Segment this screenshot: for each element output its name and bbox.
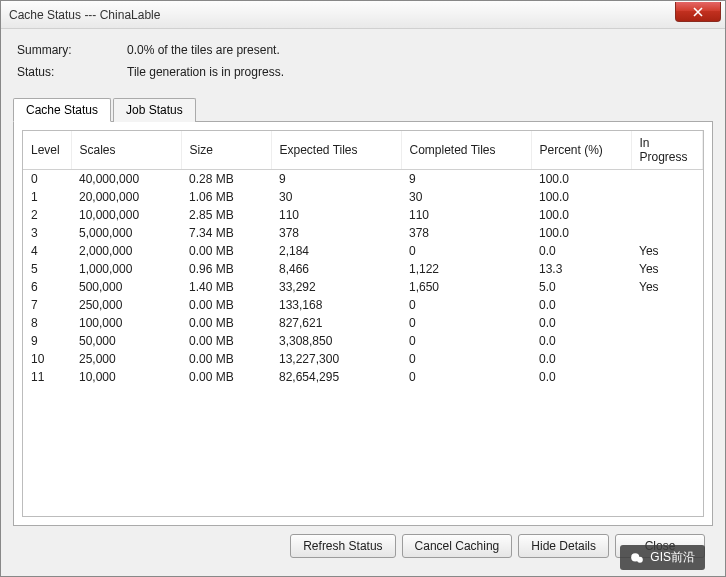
col-in-progress[interactable]: In Progress (631, 131, 703, 170)
col-size[interactable]: Size (181, 131, 271, 170)
cell-scales: 20,000,000 (71, 188, 181, 206)
table-row[interactable]: 7250,0000.00 MB133,16800.0 (23, 296, 703, 314)
col-level[interactable]: Level (23, 131, 71, 170)
cell-level: 11 (23, 368, 71, 386)
window-close-button[interactable] (675, 2, 721, 22)
cell-in_progress (631, 188, 703, 206)
cell-scales: 40,000,000 (71, 170, 181, 189)
cell-completed: 0 (401, 368, 531, 386)
button-row: Refresh Status Cancel Caching Hide Detai… (13, 526, 713, 566)
table-row[interactable]: 210,000,0002.85 MB110110100.0 (23, 206, 703, 224)
col-expected[interactable]: Expected Tiles (271, 131, 401, 170)
cell-size: 1.40 MB (181, 278, 271, 296)
table-row[interactable]: 51,000,0000.96 MB8,4661,12213.3Yes (23, 260, 703, 278)
cell-scales: 10,000 (71, 368, 181, 386)
cell-level: 6 (23, 278, 71, 296)
cell-completed: 378 (401, 224, 531, 242)
dialog-content: Summary: 0.0% of the tiles are present. … (1, 29, 725, 576)
cell-completed: 0 (401, 332, 531, 350)
col-completed[interactable]: Completed Tiles (401, 131, 531, 170)
cache-table-container: Level Scales Size Expected Tiles Complet… (22, 130, 704, 517)
cell-in_progress: Yes (631, 278, 703, 296)
dialog-window: Cache Status --- ChinaLable Summary: 0.0… (0, 0, 726, 577)
table-header-row: Level Scales Size Expected Tiles Complet… (23, 131, 703, 170)
cell-expected: 133,168 (271, 296, 401, 314)
cell-level: 1 (23, 188, 71, 206)
col-percent[interactable]: Percent (%) (531, 131, 631, 170)
cell-size: 0.28 MB (181, 170, 271, 189)
tab-panel-cache-status: Level Scales Size Expected Tiles Complet… (13, 121, 713, 526)
tab-cache-status[interactable]: Cache Status (13, 98, 111, 122)
cell-in_progress (631, 206, 703, 224)
tab-area: Cache Status Job Status Level Scales Siz… (13, 97, 713, 526)
table-row[interactable]: 950,0000.00 MB3,308,85000.0 (23, 332, 703, 350)
cancel-caching-button[interactable]: Cancel Caching (402, 534, 513, 558)
cell-scales: 250,000 (71, 296, 181, 314)
cell-expected: 378 (271, 224, 401, 242)
cell-size: 0.96 MB (181, 260, 271, 278)
hide-details-button[interactable]: Hide Details (518, 534, 609, 558)
cell-scales: 100,000 (71, 314, 181, 332)
cell-scales: 50,000 (71, 332, 181, 350)
table-row[interactable]: 1025,0000.00 MB13,227,30000.0 (23, 350, 703, 368)
cell-completed: 30 (401, 188, 531, 206)
cell-level: 10 (23, 350, 71, 368)
table-row[interactable]: 040,000,0000.28 MB99100.0 (23, 170, 703, 189)
table-row[interactable]: 42,000,0000.00 MB2,18400.0Yes (23, 242, 703, 260)
col-scales[interactable]: Scales (71, 131, 181, 170)
cell-in_progress: Yes (631, 242, 703, 260)
summary-value: 0.0% of the tiles are present. (127, 43, 280, 57)
cell-level: 3 (23, 224, 71, 242)
cell-completed: 0 (401, 242, 531, 260)
cell-scales: 1,000,000 (71, 260, 181, 278)
table-row[interactable]: 1110,0000.00 MB82,654,29500.0 (23, 368, 703, 386)
close-icon (693, 7, 703, 17)
cell-percent: 0.0 (531, 350, 631, 368)
cell-percent: 100.0 (531, 206, 631, 224)
cell-in_progress (631, 296, 703, 314)
cell-scales: 10,000,000 (71, 206, 181, 224)
cell-expected: 30 (271, 188, 401, 206)
cell-size: 1.06 MB (181, 188, 271, 206)
cell-completed: 110 (401, 206, 531, 224)
cell-level: 4 (23, 242, 71, 260)
cache-table: Level Scales Size Expected Tiles Complet… (23, 131, 703, 386)
cell-in_progress (631, 170, 703, 189)
cell-expected: 827,621 (271, 314, 401, 332)
cell-percent: 0.0 (531, 368, 631, 386)
status-row: Status: Tile generation is in progress. (17, 65, 709, 79)
cell-expected: 2,184 (271, 242, 401, 260)
cell-percent: 13.3 (531, 260, 631, 278)
cell-level: 8 (23, 314, 71, 332)
window-title: Cache Status --- ChinaLable (9, 8, 160, 22)
cell-in_progress: Yes (631, 260, 703, 278)
cell-level: 5 (23, 260, 71, 278)
cell-scales: 500,000 (71, 278, 181, 296)
refresh-status-button[interactable]: Refresh Status (290, 534, 395, 558)
table-row[interactable]: 6500,0001.40 MB33,2921,6505.0Yes (23, 278, 703, 296)
table-row[interactable]: 120,000,0001.06 MB3030100.0 (23, 188, 703, 206)
cell-in_progress (631, 368, 703, 386)
cell-in_progress (631, 350, 703, 368)
summary-block: Summary: 0.0% of the tiles are present. … (13, 39, 713, 97)
cell-size: 0.00 MB (181, 296, 271, 314)
cell-in_progress (631, 314, 703, 332)
cell-size: 0.00 MB (181, 332, 271, 350)
tab-job-status[interactable]: Job Status (113, 98, 196, 122)
table-row[interactable]: 8100,0000.00 MB827,62100.0 (23, 314, 703, 332)
cell-completed: 0 (401, 350, 531, 368)
cell-in_progress (631, 332, 703, 350)
cell-size: 0.00 MB (181, 350, 271, 368)
cell-size: 2.85 MB (181, 206, 271, 224)
close-button[interactable]: Close (615, 534, 705, 558)
cell-completed: 9 (401, 170, 531, 189)
cell-expected: 9 (271, 170, 401, 189)
cell-level: 0 (23, 170, 71, 189)
cell-expected: 33,292 (271, 278, 401, 296)
cell-scales: 2,000,000 (71, 242, 181, 260)
cell-percent: 100.0 (531, 188, 631, 206)
cell-expected: 110 (271, 206, 401, 224)
table-row[interactable]: 35,000,0007.34 MB378378100.0 (23, 224, 703, 242)
cell-level: 7 (23, 296, 71, 314)
cell-expected: 13,227,300 (271, 350, 401, 368)
